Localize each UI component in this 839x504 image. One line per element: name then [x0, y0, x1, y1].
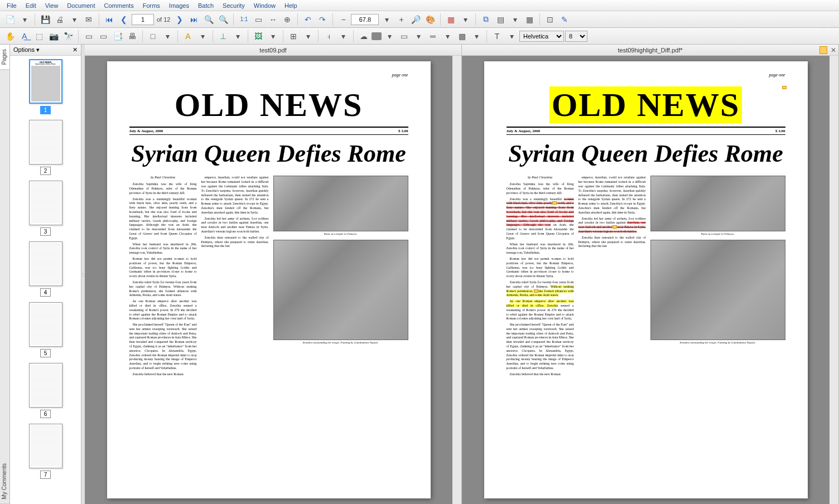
grid-icon[interactable]: ▦	[523, 13, 536, 26]
text-cursor-icon[interactable]: T	[490, 30, 504, 43]
document-viewport-left[interactable]: page one OLD NEWS July & August, 2000$ 3…	[85, 56, 452, 504]
note-icon[interactable]	[782, 86, 787, 89]
marquee-icon[interactable]: ⬚	[32, 30, 46, 43]
scrollbar-right[interactable]	[830, 56, 838, 504]
menu-view[interactable]: View	[41, 1, 63, 10]
fit-height-icon[interactable]: ⊕	[281, 13, 294, 26]
page-content: page one OLD NEWS July & August, 2000$ 3…	[107, 61, 431, 498]
menu-document[interactable]: Document	[62, 1, 99, 10]
stamp-icon[interactable]: ⊥	[216, 30, 230, 43]
thumbnail-5[interactable]: 5	[13, 302, 78, 357]
page-icon[interactable]: ▭	[82, 30, 95, 43]
font-size-select[interactable]: 8	[565, 31, 587, 42]
align-icon[interactable]: ⫞	[322, 30, 335, 43]
save-icon[interactable]: 💾	[38, 13, 52, 26]
align-dropdown-icon[interactable]: ▾	[336, 30, 350, 43]
compare-icon[interactable]: ⧉	[479, 13, 493, 26]
crop-icon[interactable]: ⊡	[543, 13, 557, 26]
rect-dropdown-icon[interactable]: ▾	[161, 30, 174, 43]
form-dropdown-icon[interactable]: ▾	[459, 13, 472, 26]
table-icon[interactable]: ⊞	[287, 30, 300, 43]
zoom-in-icon[interactable]: 🔍	[202, 13, 215, 26]
page-icon[interactable]: ▭	[97, 30, 110, 43]
doc-title-left: test09.pdf	[259, 47, 286, 54]
pages-tab[interactable]: Pages	[0, 45, 9, 70]
thumbnails-list[interactable]: OLD NEWSSyrian Queen Defies Rome 1 2 3 4…	[10, 56, 81, 504]
color-icon[interactable]: 🎨	[423, 13, 437, 26]
thumbnail-4[interactable]: 4	[13, 241, 78, 297]
new-doc-icon[interactable]: 📄	[3, 13, 17, 26]
page-number-input[interactable]	[132, 14, 154, 25]
fill-dropdown-icon[interactable]: ▾	[383, 30, 396, 43]
note-icon[interactable]	[613, 225, 617, 229]
close-icon[interactable]: ✕	[73, 46, 78, 54]
menu-forms[interactable]: Forms	[138, 1, 165, 10]
fit-width-icon[interactable]: ↔	[266, 13, 279, 26]
zoom-input[interactable]	[351, 14, 379, 25]
border-icon[interactable]: ▭	[397, 30, 411, 43]
line-dropdown-icon[interactable]: ▾	[441, 30, 454, 43]
cloud-icon[interactable]: ☁	[357, 30, 370, 43]
search-icon[interactable]: 🔭	[61, 30, 75, 43]
email-icon[interactable]: ✉	[82, 13, 95, 26]
zoom-out-icon[interactable]: 🔍	[216, 13, 230, 26]
fill-icon[interactable]	[372, 32, 382, 40]
thumbnail-2[interactable]: 2	[13, 120, 78, 175]
pattern-dropdown-icon[interactable]: ▾	[470, 30, 483, 43]
menu-help[interactable]: Help	[280, 1, 302, 10]
form-icon[interactable]: ▦	[444, 13, 457, 26]
snapshot-icon[interactable]: 📷	[47, 30, 60, 43]
prev-page-icon[interactable]: ❮	[117, 13, 131, 26]
text-tool-icon[interactable]: A	[181, 30, 195, 43]
stamp-dropdown-icon[interactable]: ▾	[231, 30, 244, 43]
zoom-minus-icon[interactable]: −	[336, 13, 350, 26]
note-icon[interactable]	[552, 201, 557, 205]
first-page-icon[interactable]: ⏮	[103, 13, 116, 26]
extract-icon[interactable]: 📑	[111, 30, 124, 43]
image-icon[interactable]: 🖼	[252, 30, 265, 43]
edit-icon[interactable]: ✎	[558, 13, 571, 26]
font-select[interactable]: Helvetica	[519, 31, 564, 42]
actual-size-icon[interactable]: 1:1	[237, 13, 250, 26]
thumbnail-3[interactable]: 3	[13, 181, 78, 236]
image-dropdown-icon[interactable]: ▾	[266, 30, 279, 43]
close-icon[interactable]: ✕	[831, 46, 836, 54]
menu-edit[interactable]: Edit	[21, 1, 41, 10]
rotate-left-icon[interactable]: ↶	[301, 13, 315, 26]
layout-dropdown-icon[interactable]: ▾	[508, 13, 522, 26]
document-viewport-right[interactable]: page one OLD NEWS July & August, 2000$ 3…	[462, 56, 830, 504]
line-icon[interactable]: ═	[426, 30, 440, 43]
thumbnail-6[interactable]: 6	[13, 363, 78, 418]
dropdown-icon[interactable]: ▾	[18, 13, 31, 26]
menu-images[interactable]: Images	[165, 1, 194, 10]
layout-icon[interactable]: ▤	[494, 13, 507, 26]
zoom-dropdown-icon[interactable]: ▾	[380, 13, 393, 26]
rect-icon[interactable]: □	[146, 30, 160, 43]
scan-icon[interactable]: 🖶	[126, 30, 139, 43]
menu-file[interactable]: File	[2, 1, 21, 10]
options-button[interactable]: Options ▾	[13, 46, 40, 54]
scrollbar-left[interactable]	[452, 56, 461, 504]
dropdown-icon[interactable]: ▾	[67, 13, 81, 26]
comments-tab[interactable]: My Comments	[0, 459, 9, 504]
fit-page-icon[interactable]: ▭	[252, 13, 265, 26]
text-cursor-dropdown-icon[interactable]: ▾	[505, 30, 518, 43]
text-select-icon[interactable]: A͟	[18, 30, 31, 43]
pattern-icon[interactable]: ▩	[455, 30, 469, 43]
table-dropdown-icon[interactable]: ▾	[301, 30, 315, 43]
zoom-plus-icon[interactable]: +	[394, 13, 408, 26]
text-dropdown-icon[interactable]: ▾	[196, 30, 209, 43]
loupe-icon[interactable]: 🔎	[409, 13, 422, 26]
print-icon[interactable]: 🖨	[53, 13, 66, 26]
menu-comments[interactable]: Comments	[100, 1, 138, 10]
hand-tool-icon[interactable]: ✋	[3, 30, 17, 43]
thumbnail-1[interactable]: OLD NEWSSyrian Queen Defies Rome 1	[13, 59, 78, 114]
thumbnail-7[interactable]: 7	[13, 424, 78, 479]
next-page-icon[interactable]: ❯	[173, 13, 186, 26]
menu-security[interactable]: Security	[218, 1, 249, 10]
border-dropdown-icon[interactable]: ▾	[412, 30, 425, 43]
menu-window[interactable]: Window	[249, 1, 280, 10]
rotate-right-icon[interactable]: ↷	[316, 13, 329, 26]
last-page-icon[interactable]: ⏭	[187, 13, 201, 26]
menu-batch[interactable]: Batch	[194, 1, 218, 10]
